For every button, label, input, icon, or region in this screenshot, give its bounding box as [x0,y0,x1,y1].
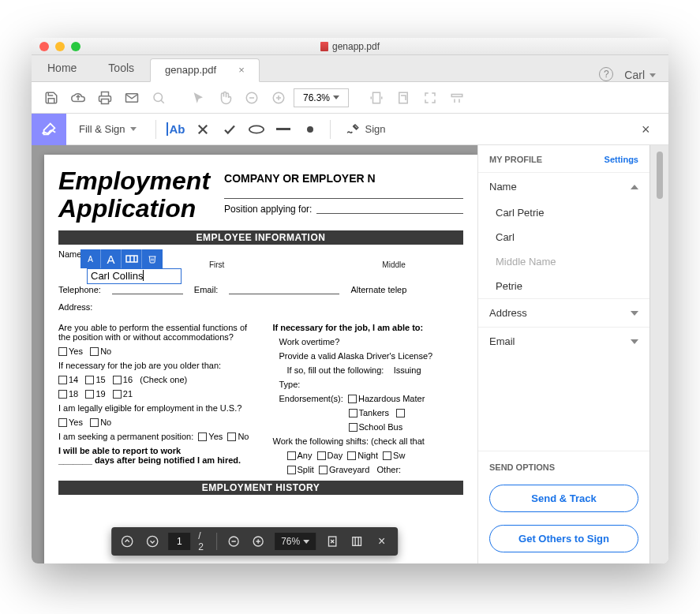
delete-text-icon[interactable] [142,249,163,268]
chevron-down-icon [631,339,638,344]
svg-rect-17 [276,128,290,130]
sign-tool[interactable]: Sign [337,122,394,137]
chevron-down-icon [631,311,638,316]
search-icon[interactable] [147,86,170,110]
company-label: COMPANY OR EMPLOYER N [224,172,463,185]
tab-document-label: genapp.pdf [165,58,216,82]
chevron-down-icon [333,95,339,99]
increase-text-icon[interactable]: A [101,249,122,268]
pager-zoom-in-icon[interactable] [250,533,267,550]
tab-document[interactable]: genapp.pdf × [150,58,260,82]
spacing-icon[interactable] [122,249,142,268]
dot-tool[interactable] [297,116,324,143]
get-others-to-sign-button[interactable]: Get Others to Sign [489,525,638,552]
profile-middlename[interactable]: Middle Name [478,249,649,274]
doc-title-2: Application [58,195,210,223]
tab-tools[interactable]: Tools [92,54,150,81]
page-up-icon[interactable] [119,533,136,550]
svg-rect-9 [373,92,380,103]
profile-fullname[interactable]: Carl Petrie [478,200,649,225]
zoom-field[interactable]: 76.3% [294,88,349,107]
doc-title-1: Employment [58,167,210,195]
settings-link[interactable]: Settings [605,155,638,164]
svg-point-22 [122,536,133,546]
name-text-input[interactable]: Carl Collins [87,268,182,284]
fill-sign-dropdown[interactable]: Fill & Sign [66,123,149,135]
fill-sign-icon [32,114,66,145]
pager-zoom-field[interactable]: 76% [275,533,316,550]
svg-point-23 [147,536,157,546]
print-icon[interactable] [93,86,117,110]
user-menu[interactable]: Carl [624,69,656,81]
zoom-window-button[interactable] [71,42,80,51]
svg-rect-0 [102,99,109,103]
close-window-button[interactable] [39,42,49,51]
position-label: Position applying for: [224,204,312,215]
pager-fullscreen-icon[interactable] [349,533,365,550]
more-tools-icon[interactable] [445,86,469,110]
svg-rect-30 [353,537,361,546]
chevron-down-icon [649,73,656,77]
close-panel-icon[interactable]: × [642,122,657,137]
hand-icon[interactable] [213,86,237,110]
scrollbar-thumb[interactable] [657,152,663,199]
send-options
options-header: SEND OPTIONS [478,451,649,478]
top-tabs: Home Tools genapp.pdf × ? Carl [32,55,668,82]
window-title: genapp.pdf [332,41,380,52]
line-tool[interactable] [270,116,297,143]
pdf-file-icon [320,42,328,51]
minimize-window-button[interactable] [55,42,65,51]
cursor-icon[interactable] [186,86,210,110]
circle-tool[interactable] [243,116,270,143]
titlebar: genapp.pdf [32,38,668,55]
text-edit-toolbar: A A [80,249,163,268]
fill-sign-toolbar: Fill & Sign Ab Sign × [32,114,668,145]
x-mark-tool[interactable] [189,116,216,143]
save-icon[interactable] [39,86,63,110]
document-viewport[interactable]: Employment Application COMPANY OR EMPLOY… [32,145,477,563]
profile-firstname[interactable]: Carl [478,225,649,249]
zoom-out-icon[interactable] [240,86,264,110]
tab-close-icon[interactable]: × [238,58,245,82]
mail-icon[interactable] [120,86,144,110]
page-navigator: / 2 76% × [111,527,399,556]
pdf-page: Employment Application COMPANY OR EMPLOY… [44,155,477,563]
section-employment-history: EMPLOYMENT HISTORY [58,481,463,495]
svg-point-16 [249,125,263,133]
right-scroll-rail [649,145,668,563]
svg-rect-19 [126,256,137,262]
profile-section-name[interactable]: Name [478,172,649,200]
page-down-icon[interactable] [144,533,160,550]
pager-zoom-out-icon[interactable] [225,533,241,550]
decrease-text-icon[interactable]: A [80,249,101,268]
fullscreen-icon[interactable] [418,86,442,110]
add-text-tool[interactable]: Ab [163,116,189,143]
profile-section-address[interactable]: Address [478,298,649,327]
pager-fit-icon[interactable] [324,533,340,550]
profile-section-email[interactable]: Email [478,327,649,355]
tab-home[interactable]: Home [32,54,92,81]
zoom-in-icon[interactable] [267,86,290,110]
fit-page-icon[interactable] [391,86,415,110]
help-button[interactable]: ? [599,67,613,81]
my-profile-header: MY PROFILE [489,155,542,164]
svg-point-18 [307,126,313,133]
svg-line-3 [161,100,164,103]
pager-close-icon[interactable]: × [373,533,390,550]
svg-rect-11 [451,94,462,96]
main-toolbar: 76.3% [32,82,668,114]
svg-point-2 [154,93,163,102]
fit-width-icon[interactable] [365,86,388,110]
chevron-down-icon [130,127,137,131]
check-mark-tool[interactable] [216,116,243,143]
send-and-track-button[interactable]: Send & Track [489,485,638,512]
section-employee-info: EMPLOYEE INFORMATION [58,230,463,245]
profile-lastname[interactable]: Petrie [478,274,649,298]
cloud-upload-icon[interactable] [66,86,90,110]
page-number-input[interactable] [168,533,190,550]
chevron-up-icon [631,185,638,189]
profile-panel: MY PROFILE Settings Name Carl Petrie Car… [477,145,649,563]
